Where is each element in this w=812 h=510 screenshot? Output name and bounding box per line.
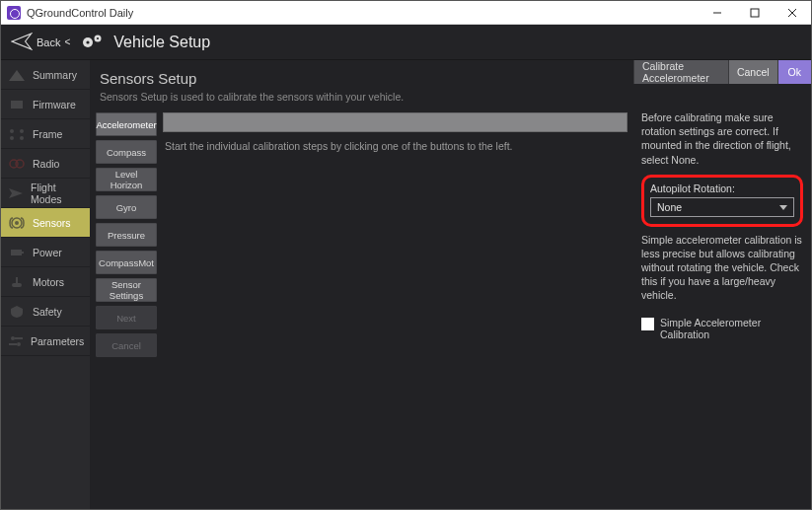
svg-rect-20: [16, 277, 18, 283]
sidebar-item-label: Summary: [33, 69, 77, 81]
sensor-compass-button[interactable]: Compass: [96, 140, 157, 164]
app-window: QGroundControl Daily Back < Vehic: [0, 0, 812, 510]
svg-point-5: [87, 40, 90, 43]
sidebar-item-power[interactable]: Power: [1, 238, 90, 267]
right-actions: Calibrate Accelerometer Cancel Ok: [633, 60, 811, 84]
sidebar-item-label: Firmware: [33, 99, 76, 110]
rotation-pretext: Before calibrating make sure rotation se…: [641, 110, 803, 167]
sidebar-item-motors[interactable]: Motors: [1, 267, 90, 297]
autopilot-rotation-highlight: Autopilot Rotation: None: [641, 175, 803, 227]
sidebar: Summary Firmware Frame Radio Flight Mode…: [1, 60, 90, 509]
svg-point-21: [11, 336, 15, 340]
close-button[interactable]: [774, 1, 811, 24]
sidebar-item-label: Power: [33, 247, 62, 258]
main-content: Sensors Setup Sensors Setup is used to c…: [90, 60, 811, 509]
window-title: QGroundControl Daily: [27, 7, 699, 19]
app-body: Back < Vehicle Setup Summary: [1, 25, 811, 509]
sidebar-item-label: Radio: [33, 158, 59, 170]
sensor-accelerometer-button[interactable]: Accelerometer: [96, 112, 157, 136]
motors-icon: [7, 274, 27, 290]
sidebar-item-flight-modes[interactable]: Flight Modes: [1, 179, 90, 208]
svg-point-9: [10, 129, 14, 133]
lower: Accelerometer Compass Level Horizon Gyro…: [90, 110, 811, 509]
sidebar-item-sensors[interactable]: Sensors: [1, 208, 90, 238]
sensors-icon: [7, 215, 27, 231]
firmware-icon: [7, 97, 27, 112]
ok-button[interactable]: Ok: [777, 60, 811, 84]
sidebar-item-firmware[interactable]: Firmware: [1, 90, 90, 119]
chevron-left-icon: <: [64, 36, 70, 47]
radio-icon: [7, 156, 27, 172]
svg-point-11: [10, 136, 14, 140]
calibrate-accelerometer-button[interactable]: Calibrate Accelerometer: [633, 60, 728, 84]
sidebar-item-parameters[interactable]: Parameters: [1, 327, 90, 356]
power-icon: [7, 245, 27, 260]
sidebar-item-label: Frame: [33, 128, 62, 140]
sidebar-item-label: Safety: [33, 306, 62, 318]
autopilot-rotation-label: Autopilot Rotation:: [650, 182, 794, 194]
page-subtitle: Sensors Setup is used to calibrate the s…: [90, 91, 633, 110]
svg-rect-17: [11, 250, 22, 255]
sidebar-item-safety[interactable]: Safety: [1, 297, 90, 327]
sidebar-item-summary[interactable]: Summary: [1, 60, 90, 90]
sensor-cancel-button: Cancel: [96, 333, 157, 357]
back-button[interactable]: Back <: [7, 31, 74, 54]
simple-calibration-checkbox[interactable]: [641, 318, 654, 330]
svg-rect-18: [22, 252, 24, 254]
simple-calibration-row: Simple Accelerometer Calibration: [641, 317, 803, 340]
sidebar-item-label: Motors: [33, 276, 64, 288]
right-panel: Before calibrating make sure rotation se…: [633, 110, 811, 509]
sidebar-item-label: Sensors: [33, 217, 71, 229]
page-title: Sensors Setup: [90, 60, 633, 91]
sidebar-item-label: Flight Modes: [31, 182, 84, 205]
svg-rect-8: [11, 101, 23, 109]
sidebar-item-frame[interactable]: Frame: [1, 119, 90, 149]
simple-calibration-text: Simple accelerometer calibration is less…: [641, 233, 803, 303]
page-header-title: Vehicle Setup: [113, 34, 210, 51]
titlebar: QGroundControl Daily: [1, 1, 811, 25]
sensor-gyro-button[interactable]: Gyro: [96, 195, 157, 219]
svg-point-7: [97, 36, 99, 38]
sensor-compassmot-button[interactable]: CompassMot: [96, 251, 157, 274]
safety-icon: [7, 304, 27, 320]
body: Summary Firmware Frame Radio Flight Mode…: [1, 60, 811, 509]
maximize-button[interactable]: [736, 1, 774, 24]
svg-rect-19: [12, 283, 22, 287]
autopilot-rotation-value: None: [657, 201, 682, 213]
instruction-text: Start the individual calibration steps b…: [163, 138, 627, 154]
svg-point-23: [17, 342, 21, 346]
svg-rect-1: [751, 9, 759, 17]
paper-plane-icon: [11, 33, 33, 52]
sidebar-item-label: Parameters: [31, 335, 84, 347]
svg-point-14: [16, 160, 24, 168]
sensor-pressure-button[interactable]: Pressure: [96, 223, 157, 247]
svg-point-15: [15, 221, 19, 225]
gears-icon: [80, 33, 106, 52]
cancel-button[interactable]: Cancel: [728, 60, 777, 84]
sidebar-item-radio[interactable]: Radio: [1, 149, 90, 179]
sensor-next-button: Next: [96, 306, 157, 329]
right-actions-wrap: Calibrate Accelerometer Cancel Ok: [633, 60, 811, 110]
back-label: Back: [37, 36, 60, 48]
flight-modes-icon: [7, 185, 25, 201]
autopilot-rotation-dropdown[interactable]: None: [650, 197, 794, 217]
parameters-icon: [7, 333, 25, 349]
svg-point-10: [20, 129, 24, 133]
app-header: Back < Vehicle Setup: [1, 25, 811, 60]
sensor-settings-button[interactable]: Sensor Settings: [96, 278, 157, 302]
window-controls: [699, 1, 811, 24]
frame-icon: [7, 126, 27, 142]
center-panel: Start the individual calibration steps b…: [161, 110, 633, 509]
calibration-progress-bar: [163, 112, 627, 132]
summary-icon: [7, 67, 27, 83]
sensor-step-list: Accelerometer Compass Level Horizon Gyro…: [90, 110, 161, 509]
app-icon: [7, 6, 21, 20]
minimize-button[interactable]: [699, 1, 736, 24]
sensor-level-horizon-button[interactable]: Level Horizon: [96, 168, 157, 191]
simple-calibration-label: Simple Accelerometer Calibration: [660, 317, 803, 340]
svg-point-12: [20, 136, 24, 140]
